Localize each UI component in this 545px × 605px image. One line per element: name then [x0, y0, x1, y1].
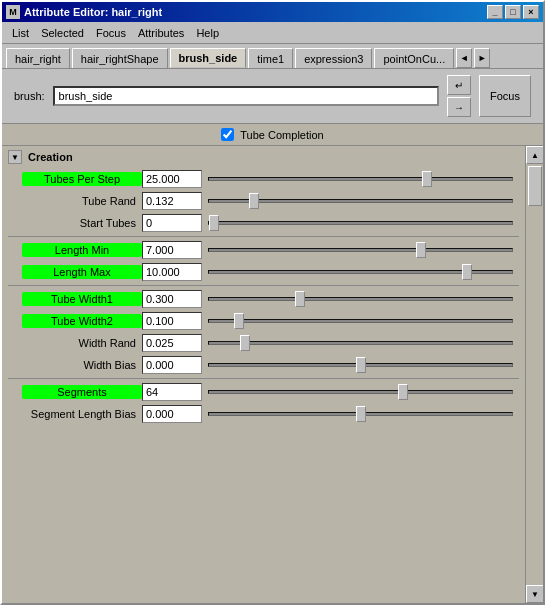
- title-bar: M Attribute Editor: hair_right _ □ ×: [2, 2, 543, 22]
- value-tube-width2[interactable]: [142, 312, 202, 330]
- tube-completion-checkbox[interactable]: [221, 128, 234, 141]
- tube-completion-label: Tube Completion: [240, 129, 323, 141]
- menu-selected[interactable]: Selected: [35, 25, 90, 41]
- tab-expression3[interactable]: expression3: [295, 48, 372, 68]
- scrollbar-track[interactable]: [526, 164, 543, 585]
- slider-handle-length-min[interactable]: [416, 242, 426, 258]
- value-segments[interactable]: [142, 383, 202, 401]
- value-segment-length-bias[interactable]: [142, 405, 202, 423]
- slider-length-min[interactable]: [202, 241, 519, 259]
- main-window: M Attribute Editor: hair_right _ □ × Lis…: [0, 0, 545, 605]
- creation-section-header: ▼ Creation: [2, 146, 525, 168]
- slider-track-segments[interactable]: [208, 390, 513, 394]
- slider-handle-tube-width1[interactable]: [295, 291, 305, 307]
- label-width-bias: Width Bias: [22, 359, 142, 371]
- value-length-min[interactable]: [142, 241, 202, 259]
- tab-nav-left[interactable]: ◄: [456, 48, 472, 68]
- label-tube-width2[interactable]: Tube Width2: [22, 314, 142, 328]
- slider-track-tube-rand[interactable]: [208, 199, 513, 203]
- scrollbar-down-btn[interactable]: ▼: [526, 585, 543, 603]
- tab-hair-right[interactable]: hair_right: [6, 48, 70, 68]
- param-row-width-bias: Width Bias: [2, 354, 525, 376]
- label-segment-length-bias: Segment Length Bias: [22, 408, 142, 420]
- slider-handle-width-bias[interactable]: [356, 357, 366, 373]
- divider-3: [8, 378, 519, 379]
- value-tubes-per-step[interactable]: [142, 170, 202, 188]
- menu-list[interactable]: List: [6, 25, 35, 41]
- slider-handle-tube-width2[interactable]: [234, 313, 244, 329]
- tab-point-on-cu[interactable]: pointOnCu...: [374, 48, 454, 68]
- param-row-tube-width1: Tube Width1: [2, 288, 525, 310]
- slider-track-width-bias[interactable]: [208, 363, 513, 367]
- slider-track-width-rand[interactable]: [208, 341, 513, 345]
- slider-tube-rand[interactable]: [202, 192, 519, 210]
- slider-handle-start-tubes[interactable]: [209, 215, 219, 231]
- value-width-rand[interactable]: [142, 334, 202, 352]
- slider-track-tube-width2[interactable]: [208, 319, 513, 323]
- divider-2: [8, 285, 519, 286]
- tab-hair-right-shape[interactable]: hair_rightShape: [72, 48, 168, 68]
- scrollbar-up-btn[interactable]: ▲: [526, 146, 543, 164]
- value-width-bias[interactable]: [142, 356, 202, 374]
- slider-segments[interactable]: [202, 383, 519, 401]
- slider-track-tube-width1[interactable]: [208, 297, 513, 301]
- slider-handle-tubes-per-step[interactable]: [422, 171, 432, 187]
- slider-width-bias[interactable]: [202, 356, 519, 374]
- slider-tube-width1[interactable]: [202, 290, 519, 308]
- tabs-row: hair_right hair_rightShape brush_side ti…: [2, 44, 543, 68]
- brush-buttons: ↵ →: [447, 75, 471, 117]
- param-row-tube-rand: Tube Rand: [2, 190, 525, 212]
- brush-input[interactable]: [53, 86, 439, 106]
- param-row-length-max: Length Max: [2, 261, 525, 283]
- slider-track-tubes-per-step[interactable]: [208, 177, 513, 181]
- label-segments[interactable]: Segments: [22, 385, 142, 399]
- slider-track-length-max[interactable]: [208, 270, 513, 274]
- label-tubes-per-step[interactable]: Tubes Per Step: [22, 172, 142, 186]
- menu-focus[interactable]: Focus: [90, 25, 132, 41]
- slider-handle-segment-length-bias[interactable]: [356, 406, 366, 422]
- slider-length-max[interactable]: [202, 263, 519, 281]
- label-tube-rand: Tube Rand: [22, 195, 142, 207]
- slider-tubes-per-step[interactable]: [202, 170, 519, 188]
- slider-handle-segments[interactable]: [398, 384, 408, 400]
- tab-nav-right[interactable]: ►: [474, 48, 490, 68]
- brush-icon-btn-2[interactable]: →: [447, 97, 471, 117]
- slider-track-start-tubes[interactable]: [208, 221, 513, 225]
- scrollable-content[interactable]: ▼ Creation Tubes Per Step Tube Rand: [2, 146, 543, 603]
- slider-track-length-min[interactable]: [208, 248, 513, 252]
- label-length-max[interactable]: Length Max: [22, 265, 142, 279]
- slider-tube-width2[interactable]: [202, 312, 519, 330]
- menu-help[interactable]: Help: [190, 25, 225, 41]
- app-icon: M: [6, 5, 20, 19]
- tube-completion-row: Tube Completion: [2, 123, 543, 146]
- menu-attributes[interactable]: Attributes: [132, 25, 190, 41]
- focus-button[interactable]: Focus: [479, 75, 531, 117]
- slider-handle-length-max[interactable]: [462, 264, 472, 280]
- title-bar-controls: _ □ ×: [487, 5, 539, 19]
- slider-handle-width-rand[interactable]: [240, 335, 250, 351]
- param-row-width-rand: Width Rand: [2, 332, 525, 354]
- close-button[interactable]: ×: [523, 5, 539, 19]
- scrollable-inner: ▼ Creation Tubes Per Step Tube Rand: [2, 146, 543, 425]
- tab-time1[interactable]: time1: [248, 48, 293, 68]
- slider-segment-length-bias[interactable]: [202, 405, 519, 423]
- maximize-button[interactable]: □: [505, 5, 521, 19]
- minimize-button[interactable]: _: [487, 5, 503, 19]
- slider-handle-tube-rand[interactable]: [249, 193, 259, 209]
- window-title: Attribute Editor: hair_right: [24, 6, 487, 18]
- value-tube-width1[interactable]: [142, 290, 202, 308]
- slider-track-segment-length-bias[interactable]: [208, 412, 513, 416]
- menu-bar: List Selected Focus Attributes Help: [2, 22, 543, 44]
- slider-start-tubes[interactable]: [202, 214, 519, 232]
- tab-brush-side[interactable]: brush_side: [170, 48, 247, 68]
- value-length-max[interactable]: [142, 263, 202, 281]
- creation-collapse-btn[interactable]: ▼: [8, 150, 22, 164]
- value-tube-rand[interactable]: [142, 192, 202, 210]
- label-length-min[interactable]: Length Min: [22, 243, 142, 257]
- brush-icon-btn-1[interactable]: ↵: [447, 75, 471, 95]
- label-tube-width1[interactable]: Tube Width1: [22, 292, 142, 306]
- scrollbar-thumb[interactable]: [528, 166, 542, 206]
- value-start-tubes[interactable]: [142, 214, 202, 232]
- divider-1: [8, 236, 519, 237]
- slider-width-rand[interactable]: [202, 334, 519, 352]
